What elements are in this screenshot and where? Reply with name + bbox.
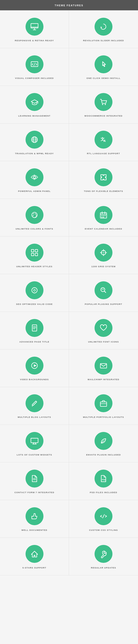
header: THEME FEATURES [0, 0, 138, 10]
feature-cell-one-click-demo: ONE CLICK DEMO INSTALL [69, 48, 138, 86]
psd-files-label: PSD FILES INCLUDED [90, 491, 117, 494]
learning-management-label: LEARNING MANAGEMENT [18, 114, 50, 117]
translation-label: TRANSLATION & WPML READY [15, 152, 54, 155]
regular-updates-label: REGULAR UPDATES [91, 566, 116, 569]
psd-files-icon-circle: PSD [94, 470, 112, 488]
woocommerce-icon-circle [94, 93, 112, 111]
blog-layouts-label: MULTIPLE BLOG LAYOUTS [18, 416, 51, 418]
visual-composer-icon-circle [26, 55, 44, 73]
svg-point-44 [32, 288, 37, 293]
translation-icon-circle [26, 131, 44, 148]
font-icons-icon-circle [94, 319, 112, 337]
unlimited-colors-label: UNLIMITED COLORS & FONTS [16, 228, 53, 230]
css-styling-icon-circle [94, 507, 112, 525]
feature-cell-woocommerce: WOOCOMMERCE INTEGRATED [69, 86, 138, 124]
visual-composer-label: VISUAL COMPOSER INCLUDED [15, 77, 54, 79]
font-icons-label: UNLIMITED FONT ICONS [88, 340, 119, 343]
svg-rect-31 [104, 215, 106, 216]
feature-cell-seo: SEO OPTIMIZED VALID CODE [0, 274, 69, 312]
feature-cell-documented: WELL DOCUMENTED [0, 500, 69, 538]
svg-rect-29 [102, 215, 102, 216]
custom-widgets-label: LOTS OF CUSTOM WIDGETS [16, 454, 52, 456]
video-bg-icon-circle [26, 357, 44, 374]
svg-point-43 [103, 252, 104, 253]
svg-point-10 [105, 104, 106, 105]
admin-panel-icon-circle [26, 168, 44, 186]
page-title-icon-circle [26, 319, 44, 337]
svg-rect-30 [103, 215, 104, 216]
plugins-support-label: POPULAR PLUGINS SUPPORT [85, 303, 122, 305]
svg-line-74 [102, 514, 104, 518]
svg-marker-75 [31, 551, 38, 557]
svg-rect-62 [31, 438, 38, 443]
responsive-label: RESPONSIVE & RETINA READY [15, 39, 54, 42]
feature-cell-event-calendar: EVENT CALENDAR INCLUDED [69, 199, 138, 236]
documented-label: WELL DOCUMENTED [22, 529, 47, 531]
feature-cell-visual-composer: VISUAL COMPOSER INCLUDED [0, 48, 69, 86]
five-stars-icon-circle [26, 545, 44, 563]
svg-point-22 [35, 214, 36, 214]
one-click-demo-icon-circle [94, 55, 112, 73]
feature-cell-blog-layouts: MULTIPLE BLOG LAYOUTS [0, 387, 69, 425]
feature-cell-rtl: 文ARTL LANGUAGE SUPPORT [69, 124, 138, 161]
responsive-icon-circle [26, 18, 44, 36]
seo-label: SEO OPTIMIZED VALID CODE [16, 303, 53, 305]
header-styles-label: UNLIMITED HEADER STYLES [16, 265, 53, 268]
feature-cell-admin-panel: POWERFUL ADMIN PANEL [0, 161, 69, 199]
svg-rect-36 [31, 253, 34, 256]
svg-point-19 [34, 176, 36, 178]
mailchimp-icon-circle [94, 357, 112, 374]
svg-line-59 [36, 401, 37, 402]
flexible-elements-icon-circle [94, 168, 112, 186]
one-click-demo-label: ONE CLICK DEMO INSTALL [86, 77, 120, 79]
documented-icon-circle [26, 507, 44, 525]
svg-point-23 [36, 215, 37, 216]
svg-rect-37 [35, 253, 38, 256]
regular-updates-icon-circle [94, 545, 112, 563]
feature-cell-css-styling: CUSTOM CSS STYLING [69, 500, 138, 538]
envato-label: ENVATO PLUGIN INCLUDED [86, 454, 121, 456]
envato-icon-circle [94, 432, 112, 450]
custom-widgets-icon-circle [26, 432, 44, 450]
svg-text:PSD: PSD [102, 478, 106, 481]
page-title-label: ADVANCED PAGE TITLE [20, 340, 50, 343]
svg-point-21 [33, 214, 34, 214]
header-title: THEME FEATURES [55, 4, 83, 7]
svg-rect-57 [100, 364, 107, 368]
plugins-support-icon-circle [94, 281, 112, 299]
revolution-slider-label: REVOLUTION SLIDER INCLUDED [83, 39, 124, 42]
five-stars-label: 5-STARS SUPPORT [22, 566, 46, 569]
feature-cell-plugins-support: POPULAR PLUGINS SUPPORT [69, 274, 138, 312]
portfolio-layouts-label: MULTIPLE PORTFOLIO LAYOUTS [83, 416, 124, 418]
admin-panel-label: POWERFUL ADMIN PANEL [18, 190, 51, 192]
event-calendar-label: EVENT CALENDAR INCLUDED [85, 228, 122, 230]
feature-cell-five-stars: 5-STARS SUPPORT [0, 538, 69, 576]
feature-cell-portfolio-layouts: MULTIPLE PORTFOLIO LAYOUTS [69, 387, 138, 425]
flexible-elements-label: TONS OF FLEXIBLE ELEMENTS [84, 190, 123, 192]
feature-cell-psd-files: PSDPSD FILES INCLUDED [69, 462, 138, 500]
svg-rect-34 [31, 250, 34, 252]
feature-cell-revolution-slider: REVOLUTION SLIDER INCLUDED [69, 10, 138, 48]
svg-point-9 [102, 104, 103, 105]
feature-cell-page-title: ADVANCED PAGE TITLE [0, 312, 69, 350]
css-styling-label: CUSTOM CSS STYLING [89, 529, 118, 531]
seo-icon-circle [26, 281, 44, 299]
svg-rect-33 [103, 217, 104, 218]
rtl-icon-circle: 文A [94, 131, 112, 148]
revolution-slider-icon-circle [94, 18, 112, 36]
feature-cell-grid-system: 1200 GRID SYSTEM [69, 236, 138, 274]
svg-rect-32 [102, 217, 102, 218]
svg-point-48 [101, 288, 105, 292]
feature-cell-flexible-elements: TONS OF FLEXIBLE ELEMENTS [69, 161, 138, 199]
unlimited-colors-icon-circle [26, 206, 44, 224]
svg-text:A: A [104, 139, 106, 142]
svg-rect-35 [35, 250, 38, 252]
woocommerce-label: WOOCOMMERCE INTEGRATED [84, 114, 122, 117]
svg-line-6 [34, 63, 35, 66]
contact-form-label: CONTACT FORM 7 INTEGRATED [14, 491, 54, 494]
grid-system-icon-circle [94, 244, 112, 262]
svg-rect-60 [100, 402, 107, 406]
feature-cell-contact-form: CONTACT FORM 7 INTEGRATED [0, 462, 69, 500]
feature-cell-unlimited-colors: UNLIMITED COLORS & FONTS [0, 199, 69, 236]
feature-cell-mailchimp: MAILCHIMP INTEGRATED [69, 350, 138, 387]
